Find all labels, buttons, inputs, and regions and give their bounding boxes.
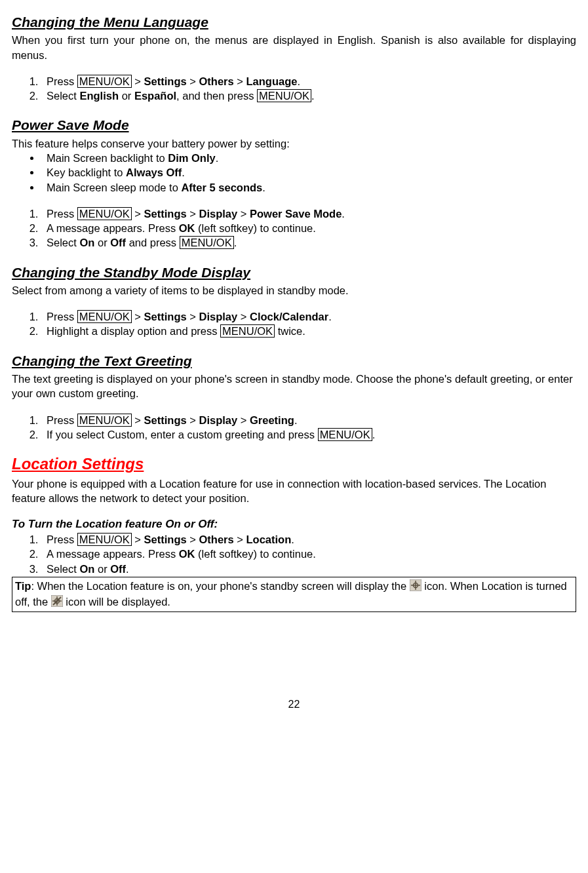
text: Highlight a display option and press [47,325,220,337]
text: > [237,311,250,322]
bold: OK [179,548,195,560]
para-location-settings: Your phone is equipped with a Location f… [12,476,576,506]
heading-text-greeting: Changing the Text Greeting [12,352,576,370]
bold: On [79,563,94,575]
text: . [234,237,237,248]
step: Press MENU/OK > Settings > Display > Clo… [41,309,576,324]
text: . [182,166,185,178]
text: Press [47,208,77,220]
key-menu-ok: MENU/OK [77,533,132,546]
key-menu-ok: MENU/OK [257,89,311,102]
tip-text: icon will be displayed. [63,596,170,608]
text: > [234,75,246,87]
step: A message appears. Press OK (left softke… [41,547,576,561]
text: Select [47,90,79,102]
bold: Off [110,563,126,575]
bold: Off [110,237,126,248]
bold: On [79,237,94,248]
text: . [291,534,294,545]
key-menu-ok: MENU/OK [77,414,132,427]
heading-menu-language: Changing the Menu Language [12,13,576,31]
bullets-power-save: Main Screen backlight to Dim Only. Key b… [41,151,576,195]
tip-label: Tip [15,580,31,592]
text: > [187,311,199,322]
step: Select On or Off and press MENU/OK. [41,235,576,250]
text: Main Screen sleep mode to [47,182,181,193]
text: Select [47,237,79,248]
heading-location-settings: Location Settings [12,454,576,475]
heading-standby-display: Changing the Standby Mode Display [12,263,576,282]
tip-box: Tip: When the Location feature is on, yo… [12,577,576,613]
bullet: Main Screen sleep mode to After 5 second… [41,180,576,195]
step: Highlight a display option and press MEN… [41,324,576,338]
text: . [216,152,219,164]
bold: Others [199,534,234,545]
step: Press MENU/OK > Settings > Display > Gre… [41,413,576,427]
bold: Others [199,75,234,87]
key-menu-ok: MENU/OK [180,236,234,249]
bold: Greeting [250,414,294,426]
text: and press [126,237,180,248]
bold: Power Save Mode [250,208,342,220]
step: Press MENU/OK > Settings > Others > Lang… [41,74,576,88]
text: or [94,237,110,248]
text: A message appears. Press [47,222,179,234]
bold: Settings [144,414,187,426]
page-number: 22 [12,697,576,712]
steps-standby-display: Press MENU/OK > Settings > Display > Clo… [41,309,576,339]
key-menu-ok: MENU/OK [220,324,275,338]
step: Select English or Español, and then pres… [41,88,576,103]
bold: Clock/Calendar [250,311,328,322]
para-menu-language: When you first turn your phone on, the m… [12,33,576,62]
text: . [297,75,300,87]
text: Main Screen backlight to [47,152,168,164]
text: . [342,208,345,220]
bold: Settings [144,534,187,545]
text: > [132,534,144,545]
bold: Display [199,208,238,220]
step: Press MENU/OK > Settings > Display > Pow… [41,206,576,221]
bold: Display [199,414,238,426]
para-standby-display: Select from among a variety of items to … [12,283,576,298]
bold: Display [199,311,238,322]
text: A message appears. Press [47,548,179,560]
key-menu-ok: MENU/OK [318,428,372,441]
steps-menu-language: Press MENU/OK > Settings > Others > Lang… [41,74,576,104]
text: > [132,75,144,87]
text: > [132,311,144,322]
text: If you select Custom, enter a custom gre… [47,429,318,440]
text: , and then press [176,90,257,102]
text: . [126,563,129,575]
bold: Language [246,75,298,87]
text: . [311,90,315,102]
bold: Español [134,90,176,102]
text: Press [47,75,77,87]
text: or [94,563,110,575]
bullet: Main Screen backlight to Dim Only. [41,151,576,165]
heading-power-save: Power Save Mode [12,116,576,134]
step: Select On or Off. [41,562,576,576]
text: . [328,311,332,322]
text: > [234,534,246,545]
text: Press [47,311,77,322]
text: > [237,414,250,426]
text: > [187,75,199,87]
bold: Settings [144,208,187,220]
text: > [237,208,250,220]
step: If you select Custom, enter a custom gre… [41,427,576,442]
steps-location: Press MENU/OK > Settings > Others > Loca… [41,532,576,576]
text: Key backlight to [47,166,126,178]
location-off-icon [51,595,63,610]
text: > [132,208,144,220]
steps-text-greeting: Press MENU/OK > Settings > Display > Gre… [41,413,576,442]
tip-text: : When the Location feature is on, your … [31,580,409,592]
text: > [187,208,199,220]
text: . [294,414,298,426]
bold: After 5 seconds [181,182,262,193]
bold: English [79,90,119,102]
bold: OK [179,222,195,234]
steps-power-save: Press MENU/OK > Settings > Display > Pow… [41,206,576,250]
text: > [132,414,144,426]
text: (left softkey) to continue. [195,548,316,560]
location-on-icon [410,579,421,594]
